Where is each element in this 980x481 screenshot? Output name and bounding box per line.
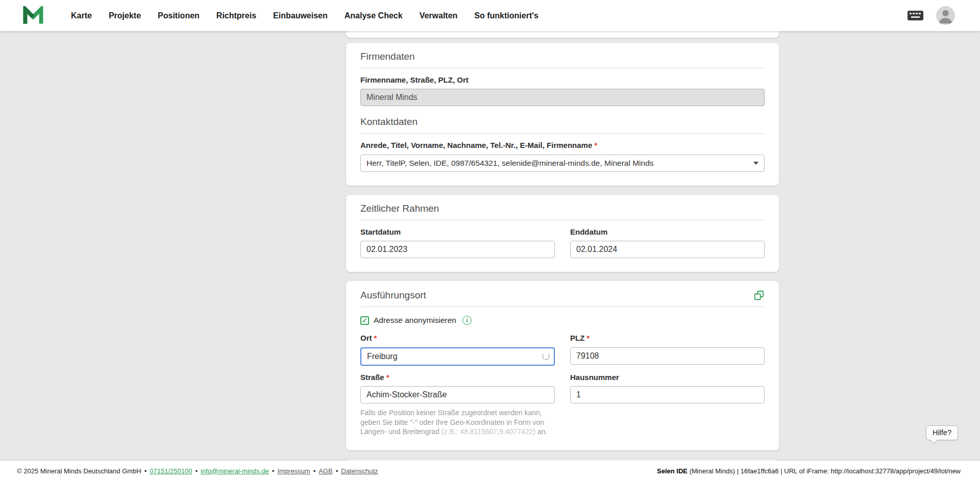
- firmendaten-title: Firmendaten: [360, 52, 765, 68]
- user-avatar[interactable]: [936, 6, 955, 25]
- environment-details: (Mineral Minds) | 16fae1ffc6a6 | URL of …: [688, 467, 961, 475]
- startdatum-input[interactable]: [360, 241, 555, 258]
- phone-link[interactable]: 07151/250100: [150, 467, 192, 475]
- nav-links: Karte Projekte Positionen Richtpreis Ein…: [71, 0, 538, 31]
- zeitraum-title: Zeitlicher Rahmen: [360, 204, 765, 220]
- nav-item-projekte[interactable]: Projekte: [109, 0, 141, 31]
- nav-item-richtpreis[interactable]: Richtpreis: [216, 0, 256, 31]
- environment-info: Selen IDE (Mineral Minds) | 16fae1ffc6a6…: [657, 467, 961, 475]
- copy-icon[interactable]: [753, 290, 765, 301]
- ausfuehrungsort-title: Ausführungsort: [360, 290, 426, 301]
- kontakt-label: Anrede, Titel, Vorname, Nachname, Tel.-N…: [360, 141, 765, 150]
- mineral-minds-logo-icon[interactable]: [23, 6, 44, 26]
- impressum-link[interactable]: Impressum: [277, 467, 310, 475]
- hausnummer-label: Hausnummer: [570, 373, 765, 382]
- info-icon[interactable]: i: [462, 316, 472, 325]
- separator: •: [272, 467, 275, 475]
- strasse-label: Straße*: [360, 373, 555, 382]
- footer: © 2025 Mineral Minds Deutschland GmbH • …: [0, 461, 980, 481]
- kontakt-select-value: Herr, TitelP, Selen, IDE, 0987/654321, s…: [366, 159, 654, 168]
- separator: •: [313, 467, 316, 475]
- separator: •: [144, 467, 147, 475]
- loading-spinner-icon: [542, 352, 550, 360]
- kontakt-select[interactable]: Herr, TitelP, Selen, IDE, 0987/654321, s…: [360, 155, 765, 172]
- card-ausfuehrungsort: Ausführungsort ✓ Adresse anonymisieren i: [346, 281, 779, 450]
- card-firmendaten: Firmendaten Firmenname, Straße, PLZ, Ort…: [346, 43, 779, 186]
- agb-link[interactable]: AGB: [318, 467, 332, 475]
- nav-item-positionen[interactable]: Positionen: [158, 0, 200, 31]
- nav-item-einbauweisen[interactable]: Einbauweisen: [273, 0, 328, 31]
- footer-left: © 2025 Mineral Minds Deutschland GmbH • …: [17, 467, 378, 475]
- ort-input[interactable]: [360, 347, 555, 366]
- plz-input[interactable]: [570, 347, 765, 365]
- top-navigation: Karte Projekte Positionen Richtpreis Ein…: [0, 0, 980, 31]
- kontaktdaten-title: Kontaktdaten: [360, 117, 765, 134]
- enddatum-label: Enddatum: [570, 228, 765, 237]
- enddatum-input[interactable]: [570, 241, 765, 258]
- card-partial-top: [346, 31, 779, 38]
- environment-name: Selen IDE: [657, 467, 688, 475]
- help-button[interactable]: Hilfe?: [926, 425, 958, 440]
- server-icon[interactable]: [907, 10, 924, 21]
- separator: •: [336, 467, 338, 475]
- required-marker: *: [594, 141, 597, 150]
- required-marker: *: [374, 334, 377, 343]
- datenschutz-link[interactable]: Datenschutz: [341, 467, 378, 475]
- strasse-input[interactable]: [360, 386, 555, 403]
- nav-right: [907, 6, 955, 25]
- ort-label: Ort*: [360, 334, 555, 343]
- plz-label: PLZ*: [570, 334, 765, 343]
- copyright-text: © 2025 Mineral Minds Deutschland GmbH: [17, 467, 141, 475]
- nav-item-verwalten[interactable]: Verwalten: [420, 0, 458, 31]
- startdatum-label: Startdatum: [360, 228, 555, 237]
- nav-item-karte[interactable]: Karte: [71, 0, 92, 31]
- geo-coords-example: (z.B.: 48.8115607,9.4077422): [442, 427, 535, 436]
- hausnummer-input[interactable]: [570, 386, 765, 403]
- required-marker: *: [586, 334, 590, 343]
- required-marker: *: [386, 373, 389, 382]
- company-label: Firmenname, Straße, PLZ, Ort: [360, 76, 765, 85]
- anonymize-checkbox[interactable]: ✓: [360, 316, 369, 325]
- main-content: Firmendaten Firmenname, Straße, PLZ, Ort…: [0, 31, 980, 461]
- nav-item-so-funktionierts[interactable]: So funktioniert's: [474, 0, 538, 31]
- company-input: [360, 89, 765, 106]
- card-zeitlicher-rahmen: Zeitlicher Rahmen Startdatum Enddatum: [346, 195, 779, 272]
- check-icon: ✓: [362, 317, 368, 324]
- email-link[interactable]: info@mineral-minds.de: [201, 467, 269, 475]
- nav-item-analyse-check[interactable]: Analyse Check: [345, 0, 403, 31]
- strasse-hint: Falls die Position keiner Straße zugeord…: [360, 408, 555, 436]
- chevron-down-icon: [753, 162, 758, 165]
- separator: •: [195, 467, 198, 475]
- anonymize-label: Adresse anonymisieren: [374, 316, 456, 325]
